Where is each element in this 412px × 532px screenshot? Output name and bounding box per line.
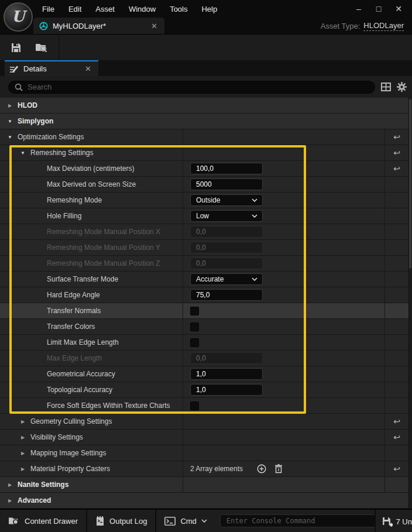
property-value-input[interactable] [190, 384, 263, 396]
collapse-arrow-icon[interactable]: ▼ [7, 119, 13, 124]
output-log-button[interactable]: Output Log [87, 509, 155, 532]
row-force-soft-edges-within-texture-charts[interactable]: Force Soft Edges Within Texture Charts [0, 398, 412, 414]
reset-to-default-icon[interactable]: ↩ [393, 133, 400, 141]
reset-to-default-icon[interactable]: ↩ [393, 433, 400, 441]
expand-arrow-icon[interactable]: ▶ [7, 498, 13, 503]
row-max-deviation[interactable]: Max Deviation (centimeters)↩ [0, 161, 412, 177]
property-value-input[interactable] [190, 289, 263, 301]
row-remeshing-mode[interactable]: Remeshing ModeOutside [0, 193, 412, 208]
row-remeshing-mode-manual-position-x[interactable]: Remeshing Mode Manual Position X [0, 224, 412, 240]
toolbar-separator [59, 35, 59, 61]
reset-to-default-icon[interactable]: ↩ [393, 465, 400, 473]
minimize-button[interactable]: – [349, 0, 369, 18]
row-remeshing-settings[interactable]: ▼Remeshing Settings↩ [0, 145, 412, 161]
row-hole-filling[interactable]: Hole FillingLow [0, 208, 412, 224]
row-name-cell: Max Deviation (centimeters) [0, 161, 183, 176]
row-advanced[interactable]: ▶Advanced [0, 493, 412, 509]
row-label: Topological Accuracy [47, 386, 112, 394]
search-box[interactable] [8, 81, 375, 94]
row-value-cell [183, 430, 384, 445]
property-checkbox[interactable] [190, 338, 199, 347]
save-button[interactable] [6, 37, 26, 57]
reset-to-default-icon[interactable]: ↩ [393, 417, 400, 425]
row-max-edge-length[interactable]: Max Edge Length [0, 351, 412, 366]
maximize-button[interactable]: □ [369, 0, 389, 18]
asset-tab-close-icon[interactable]: ✕ [149, 22, 160, 30]
content-drawer-icon [8, 516, 20, 526]
property-checkbox[interactable] [190, 307, 199, 315]
expand-arrow-icon[interactable]: ▶ [20, 419, 26, 424]
row-nanite-settings[interactable]: ▶Nanite Settings [0, 477, 412, 493]
title-bar: U File Edit Asset Window Tools Help – □ … [0, 0, 412, 18]
reset-to-default-icon[interactable]: ↩ [393, 149, 400, 157]
row-name-cell: Hard Edge Angle [0, 287, 183, 303]
row-surface-transfer-mode[interactable]: Surface Transfer ModeAccurate [0, 272, 412, 287]
asset-type-value-link[interactable]: HLODLayer [363, 21, 404, 31]
row-remeshing-mode-manual-position-z[interactable]: Remeshing Mode Manual Position Z [0, 256, 412, 272]
close-button[interactable]: ✕ [389, 0, 408, 18]
row-value-cell [183, 366, 384, 382]
property-dropdown[interactable]: Outside [190, 194, 263, 206]
row-limit-max-edge-length[interactable]: Limit Max Edge Length [0, 335, 412, 351]
row-hard-edge-angle[interactable]: Hard Edge Angle [0, 287, 412, 303]
expand-arrow-icon[interactable]: ▶ [20, 466, 26, 472]
row-label: Geometrical Accuracy [47, 370, 115, 378]
row-hlod[interactable]: ▶HLOD [0, 98, 412, 114]
row-mapping-image-settings[interactable]: ▶Mapping Image Settings [0, 445, 412, 461]
row-geometry-culling-settings[interactable]: ▶Geometry Culling Settings↩ [0, 414, 412, 430]
row-transfer-colors[interactable]: Transfer Colors [0, 319, 412, 335]
scrollbar-thumb[interactable] [409, 99, 411, 269]
details-tab-close-icon[interactable]: ✕ [83, 64, 94, 73]
row-visibility-settings[interactable]: ▶Visibility Settings↩ [0, 430, 412, 445]
svg-text:✱: ✱ [389, 522, 393, 527]
row-label: Remeshing Mode Manual Position Y [47, 243, 160, 252]
menu-asset[interactable]: Asset [88, 2, 122, 16]
menu-edit[interactable]: Edit [61, 2, 88, 16]
reset-cell [384, 193, 408, 208]
row-max-derived-on-screen-size[interactable]: Max Derived on Screen Size [0, 177, 412, 193]
reset-to-default-icon[interactable]: ↩ [393, 164, 400, 173]
expand-arrow-icon[interactable]: ▶ [20, 435, 26, 440]
menu-window[interactable]: Window [122, 2, 163, 16]
row-material-property-casters[interactable]: ▶Material Property Casters2 Array elemen… [0, 461, 412, 477]
property-value-input[interactable] [190, 179, 263, 190]
display-filter-grid-icon[interactable] [381, 83, 391, 91]
property-value-input[interactable] [190, 163, 263, 174]
unsaved-assets-button[interactable]: ✱ 7 Un [375, 510, 412, 532]
row-name-cell: ▶HLOD [0, 98, 412, 113]
row-optimization-settings[interactable]: ▼Optimization Settings↩ [0, 129, 412, 145]
property-dropdown[interactable]: Accurate [190, 273, 263, 285]
row-topological-accuracy[interactable]: Topological Accuracy [0, 382, 412, 398]
toolbar [0, 34, 412, 60]
row-name-cell: ▶Nanite Settings [0, 477, 183, 492]
browse-to-asset-button[interactable] [32, 37, 52, 57]
delete-array-icon[interactable] [274, 464, 283, 473]
asset-tab-myhlodlayer[interactable]: MyHLODLayer* ✕ [33, 18, 164, 34]
menu-file[interactable]: File [35, 2, 61, 16]
vertical-scrollbar[interactable] [408, 98, 412, 509]
collapse-arrow-icon[interactable]: ▼ [7, 135, 13, 140]
search-input[interactable] [28, 83, 369, 91]
cmd-dropdown-button[interactable]: Cmd [156, 509, 215, 532]
menu-help[interactable]: Help [194, 2, 224, 16]
property-value-input[interactable] [190, 368, 263, 380]
row-name-cell: Surface Transfer Mode [0, 272, 183, 287]
expand-arrow-icon[interactable]: ▶ [7, 482, 13, 488]
settings-gear-icon[interactable] [397, 82, 407, 92]
tab-details[interactable]: Details ✕ [5, 60, 98, 76]
property-dropdown[interactable]: Low [190, 210, 263, 222]
expand-arrow-icon[interactable]: ▶ [7, 103, 13, 108]
row-remeshing-mode-manual-position-y[interactable]: Remeshing Mode Manual Position Y [0, 240, 412, 256]
content-drawer-button[interactable]: Content Drawer [0, 509, 86, 532]
row-simplygon[interactable]: ▼Simplygon [0, 114, 412, 129]
collapse-arrow-icon[interactable]: ▼ [20, 150, 26, 156]
row-transfer-normals[interactable]: Transfer Normals [0, 303, 412, 319]
row-geometrical-accuracy[interactable]: Geometrical Accuracy [0, 366, 412, 382]
menu-tools[interactable]: Tools [163, 2, 194, 16]
expand-arrow-icon[interactable]: ▶ [20, 451, 26, 456]
add-array-element-icon[interactable] [257, 464, 266, 473]
property-checkbox[interactable] [190, 322, 199, 331]
row-name-cell: ▼Optimization Settings [0, 129, 183, 145]
row-label: Simplygon [18, 117, 53, 125]
property-checkbox[interactable] [190, 401, 199, 410]
